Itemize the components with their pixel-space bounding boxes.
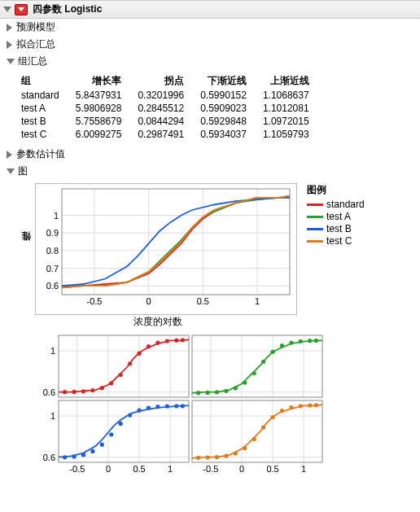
svg-text:1: 1	[255, 296, 260, 306]
legend-title: 图例	[307, 183, 365, 197]
disclosure-closed-icon[interactable]	[7, 41, 12, 49]
table-cell: 0.5929848	[192, 115, 255, 128]
svg-point-78	[137, 408, 141, 412]
svg-text:1: 1	[50, 411, 55, 421]
legend-label: test B	[326, 223, 352, 234]
svg-point-28	[81, 389, 85, 393]
table-cell: 6.0099275	[68, 128, 130, 141]
disclosure-closed-icon[interactable]	[7, 151, 12, 159]
svg-point-30	[100, 386, 104, 390]
svg-point-83	[181, 404, 185, 408]
svg-point-73	[90, 449, 94, 453]
svg-point-70	[63, 455, 67, 459]
svg-point-75	[109, 432, 113, 436]
svg-point-74	[100, 443, 104, 447]
col-growth: 增长率	[68, 73, 130, 89]
svg-point-104	[261, 425, 265, 429]
svg-text:0.6: 0.6	[46, 281, 59, 291]
svg-point-53	[234, 386, 238, 390]
legend-item: test A	[307, 211, 365, 222]
svg-point-105	[270, 415, 274, 419]
group-summary-table: 组 增长率 拐点 下渐近线 上渐近线 standard5.84379310.32…	[21, 73, 317, 141]
table-cell: test B	[21, 115, 68, 128]
table-row: standard5.84379310.32019960.59901521.106…	[21, 89, 317, 102]
disclosure-closed-icon[interactable]	[7, 24, 12, 32]
svg-rect-9	[62, 189, 290, 295]
svg-point-36	[155, 341, 160, 345]
svg-text:0: 0	[147, 296, 151, 306]
disclosure-open-icon[interactable]	[7, 168, 15, 174]
svg-rect-25	[59, 335, 189, 397]
table-cell: 5.8437931	[68, 89, 130, 102]
svg-text:0: 0	[106, 464, 111, 472]
chart-row: 毒性 -0.500.510.60.70.80.91 浓度的对数 图例 stand…	[0, 180, 420, 329]
svg-point-82	[174, 404, 178, 408]
section-group-summary[interactable]: 组汇总	[0, 53, 420, 70]
section-label: 图	[18, 164, 28, 178]
svg-point-29	[90, 388, 94, 392]
legend-item: standard	[307, 199, 365, 210]
svg-point-34	[137, 352, 141, 356]
section-fit-summary[interactable]: 拟合汇总	[0, 36, 420, 53]
svg-point-103	[252, 437, 256, 441]
legend-label: test C	[326, 235, 352, 247]
svg-text:1: 1	[168, 464, 173, 472]
small-multiples-area: 0.61-0.500.510.61-0.500.51	[0, 329, 420, 483]
table-cell: 0.5990152	[192, 89, 255, 102]
svg-point-35	[147, 344, 151, 348]
svg-text:0.5: 0.5	[197, 296, 209, 306]
svg-point-52	[224, 389, 228, 393]
svg-point-97	[196, 456, 200, 460]
svg-point-61	[308, 339, 312, 343]
svg-point-51	[215, 390, 219, 394]
svg-text:0.6: 0.6	[43, 387, 55, 397]
table-cell: 0.0844294	[129, 115, 192, 128]
table-row: test B5.75586790.08442940.59298481.09720…	[21, 115, 317, 128]
table-cell: 1.1059793	[255, 128, 317, 141]
svg-point-32	[119, 373, 123, 377]
svg-point-110	[314, 403, 318, 407]
section-predict-model[interactable]: 预测模型	[0, 19, 420, 36]
col-upper: 上渐近线	[255, 73, 317, 89]
menu-button-icon[interactable]	[15, 4, 28, 15]
svg-text:0.6: 0.6	[43, 453, 55, 462]
legend-label: test A	[326, 211, 351, 222]
table-cell: test A	[21, 102, 68, 115]
svg-point-27	[72, 390, 76, 394]
svg-point-37	[165, 339, 169, 343]
main-chart: -0.500.510.60.70.80.91	[35, 183, 297, 315]
legend-swatch	[307, 216, 323, 218]
legend-item: test C	[307, 235, 365, 247]
main-title: 四参数 Logistic	[33, 2, 102, 16]
svg-point-108	[299, 404, 303, 408]
disclosure-open-icon[interactable]	[7, 59, 15, 64]
section-chart[interactable]: 图	[0, 163, 420, 180]
section-header-main[interactable]: 四参数 Logistic	[0, 0, 420, 19]
table-cell: 0.2845512	[129, 102, 192, 115]
svg-point-109	[308, 403, 312, 407]
table-row: test C6.00992750.29874910.59340371.10597…	[21, 128, 317, 141]
svg-text:0.5: 0.5	[266, 464, 278, 472]
disclosure-open-icon[interactable]	[3, 7, 11, 12]
svg-text:-0.5: -0.5	[69, 464, 85, 472]
col-lower: 下渐近线	[192, 73, 255, 89]
svg-point-100	[224, 454, 228, 458]
table-cell: 0.5909023	[192, 102, 255, 115]
svg-point-54	[243, 380, 247, 384]
section-label: 拟合汇总	[16, 37, 55, 51]
table-cell: 1.0972015	[255, 115, 317, 128]
table-row: test A5.98069280.28455120.59090231.10120…	[21, 102, 317, 115]
svg-point-60	[299, 339, 303, 344]
svg-text:-0.5: -0.5	[203, 464, 218, 472]
svg-point-99	[215, 455, 219, 459]
svg-point-98	[205, 456, 209, 460]
section-label: 预测模型	[16, 20, 55, 34]
svg-rect-96	[192, 400, 322, 462]
svg-text:1: 1	[50, 346, 55, 356]
table-cell: 0.2987491	[129, 128, 192, 141]
svg-text:-0.5: -0.5	[87, 296, 103, 306]
svg-text:0: 0	[239, 464, 244, 472]
svg-point-62	[314, 339, 318, 343]
section-param-est[interactable]: 参数估计值	[0, 146, 420, 163]
svg-point-33	[128, 361, 132, 365]
